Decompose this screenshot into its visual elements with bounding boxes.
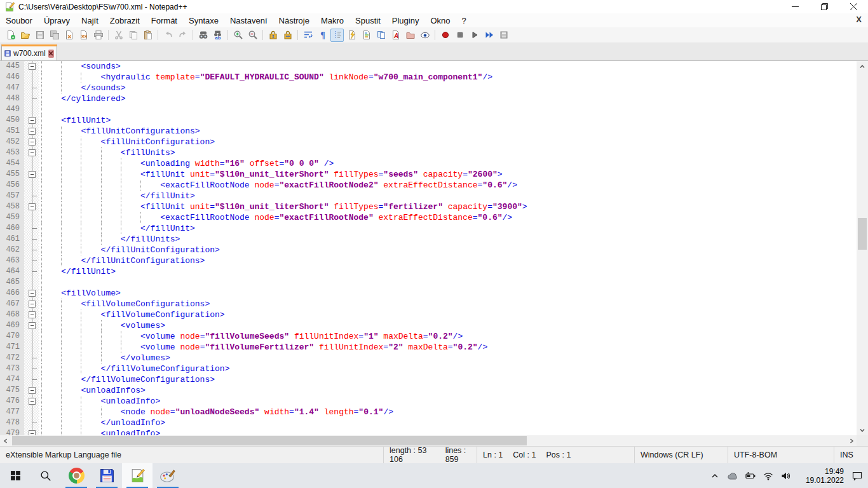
replace-icon[interactable]: ab xyxy=(211,29,224,42)
code-text[interactable]: </fillUnitConfigurations> xyxy=(39,255,857,266)
horizontal-scrollbar[interactable] xyxy=(0,435,857,446)
menu-item-formt[interactable]: Formát xyxy=(146,15,183,27)
cut-icon[interactable] xyxy=(112,29,125,42)
taskbar-app-paint[interactable] xyxy=(153,463,183,488)
code-text[interactable]: <fillUnitConfigurations> xyxy=(39,126,857,137)
save-all-icon[interactable] xyxy=(48,29,61,42)
code-area[interactable]: 445<sounds>446<hydraulic template="DEFAU… xyxy=(0,61,857,435)
code-text[interactable]: <fillUnits> xyxy=(39,147,857,158)
fold-collapse-box[interactable] xyxy=(29,203,36,210)
menu-item-makro[interactable]: Makro xyxy=(315,15,349,27)
scroll-left-arrow[interactable] xyxy=(0,435,11,446)
code-text[interactable] xyxy=(39,277,857,288)
code-text[interactable]: <unloading width="16" offset="0 0 0" /> xyxy=(39,158,857,169)
code-text[interactable]: <fillVolume> xyxy=(39,288,857,299)
taskbar-clock[interactable]: 19:49 19.01.2022 xyxy=(797,467,846,485)
fold-collapse-box[interactable] xyxy=(29,301,36,308)
code-text[interactable]: <volumes> xyxy=(39,320,857,331)
close-all-docs-icon[interactable] xyxy=(77,29,90,42)
minimize-button[interactable] xyxy=(780,0,810,13)
wifi-icon[interactable] xyxy=(761,468,775,484)
fold-collapse-box[interactable] xyxy=(29,322,36,329)
doc-lightning-icon[interactable] xyxy=(345,29,358,42)
save-icon[interactable] xyxy=(33,29,46,42)
code-text[interactable]: <sounds> xyxy=(39,61,857,72)
code-text[interactable]: </volumes> xyxy=(39,353,857,363)
zoom-in-icon[interactable] xyxy=(231,29,245,42)
close-doc-icon[interactable] xyxy=(62,29,76,42)
menu-item-nastaven[interactable]: Nastavení xyxy=(224,15,273,27)
scroll-down-arrow[interactable] xyxy=(857,424,868,435)
battery-charging-icon[interactable] xyxy=(743,468,757,484)
status-encoding[interactable]: UTF-8-BOM xyxy=(728,447,834,463)
menu-item-?[interactable]: ? xyxy=(456,15,472,27)
action-center-icon[interactable] xyxy=(850,468,864,484)
code-text[interactable]: <fillUnit unit="$l10n_unit_literShort" f… xyxy=(39,169,857,180)
document-map-icon[interactable] xyxy=(360,29,373,42)
fold-collapse-box[interactable] xyxy=(29,398,36,405)
macro-save-icon[interactable] xyxy=(497,29,510,42)
menu-item-nstroje[interactable]: Nástroje xyxy=(273,15,315,27)
fold-collapse-box[interactable] xyxy=(29,311,36,318)
fold-collapse-box[interactable] xyxy=(29,171,36,178)
scroll-up-arrow[interactable] xyxy=(857,61,868,72)
scroll-right-arrow[interactable] xyxy=(846,435,857,446)
fold-collapse-box[interactable] xyxy=(29,128,36,135)
code-text[interactable]: <hydraulic template="DEFAULT_HYDRAULIC_S… xyxy=(39,72,857,83)
code-text[interactable]: </sounds> xyxy=(39,83,857,93)
word-wrap-icon[interactable] xyxy=(301,29,315,42)
code-text[interactable]: </fillUnit> xyxy=(39,191,857,201)
sync-vertical-icon[interactable] xyxy=(266,29,280,42)
status-eol-format[interactable]: Windows (CR LF) xyxy=(634,447,728,463)
zoom-out-icon[interactable] xyxy=(246,29,259,42)
menu-item-pluginy[interactable]: Pluginy xyxy=(386,15,425,27)
function-list-icon[interactable]: A xyxy=(389,29,402,42)
macro-record-icon[interactable] xyxy=(438,29,452,42)
document-close-x[interactable]: X xyxy=(856,15,862,24)
fold-collapse-box[interactable] xyxy=(29,387,36,394)
menu-item-syntaxe[interactable]: Syntaxe xyxy=(183,15,224,27)
monitoring-icon[interactable] xyxy=(418,29,431,42)
code-text[interactable]: <fillUnit> xyxy=(39,115,857,126)
menu-item-spustit[interactable]: Spustit xyxy=(349,15,386,27)
code-text[interactable]: </fillUnitConfiguration> xyxy=(39,245,857,255)
undo-icon[interactable] xyxy=(161,29,175,42)
code-text[interactable]: <volume node="fillVolumeFertilizer" fill… xyxy=(39,342,857,353)
document-list-icon[interactable] xyxy=(374,29,388,42)
show-all-characters-icon[interactable]: ¶ xyxy=(316,29,329,42)
open-folder-icon[interactable] xyxy=(18,29,32,42)
menu-item-soubor[interactable]: Soubor xyxy=(0,15,38,27)
code-text[interactable]: <fillVolumeConfiguration> xyxy=(39,309,857,320)
fold-collapse-box[interactable] xyxy=(29,149,36,156)
macro-play-icon[interactable] xyxy=(468,29,481,42)
macro-stop-icon[interactable] xyxy=(453,29,466,42)
code-text[interactable]: <fillUnitConfiguration> xyxy=(39,137,857,147)
fold-collapse-box[interactable] xyxy=(29,290,36,297)
status-insert-mode[interactable]: INS xyxy=(834,447,857,463)
volume-icon[interactable] xyxy=(779,468,793,484)
restore-button[interactable] xyxy=(810,0,839,13)
code-text[interactable]: <fillVolumeConfigurations> xyxy=(39,299,857,309)
code-text[interactable]: </fillUnit> xyxy=(39,223,857,234)
taskbar-app-floppy-doc[interactable] xyxy=(92,463,122,488)
fold-collapse-box[interactable] xyxy=(29,430,36,435)
fold-collapse-box[interactable] xyxy=(29,139,36,146)
print-icon[interactable] xyxy=(92,29,105,42)
vertical-scroll-thumb[interactable] xyxy=(858,218,867,250)
code-text[interactable]: <node node="unloadNodeSeeds" width="1.4"… xyxy=(39,407,857,417)
code-text[interactable]: </cylindered> xyxy=(39,93,857,104)
code-text[interactable]: </fillVolumeConfigurations> xyxy=(39,374,857,385)
code-text[interactable]: <exactFillRootNode node="exactFillRootNo… xyxy=(39,212,857,223)
tab-close-icon[interactable] xyxy=(48,50,54,58)
tray-chevron-up-icon[interactable] xyxy=(708,468,722,484)
editor-pane[interactable]: 445<sounds>446<hydraulic template="DEFAU… xyxy=(0,61,868,446)
folder-as-workspace-icon[interactable] xyxy=(403,29,417,42)
start-button[interactable] xyxy=(0,463,31,488)
horizontal-scroll-thumb[interactable] xyxy=(12,436,527,445)
code-text[interactable]: </fillVolumeConfiguration> xyxy=(39,363,857,374)
paste-icon[interactable] xyxy=(141,29,154,42)
fold-collapse-box[interactable] xyxy=(29,63,36,70)
new-file-icon[interactable] xyxy=(4,29,17,42)
code-text[interactable]: <unloadInfos> xyxy=(39,385,857,396)
taskbar-search-button[interactable] xyxy=(31,463,61,488)
